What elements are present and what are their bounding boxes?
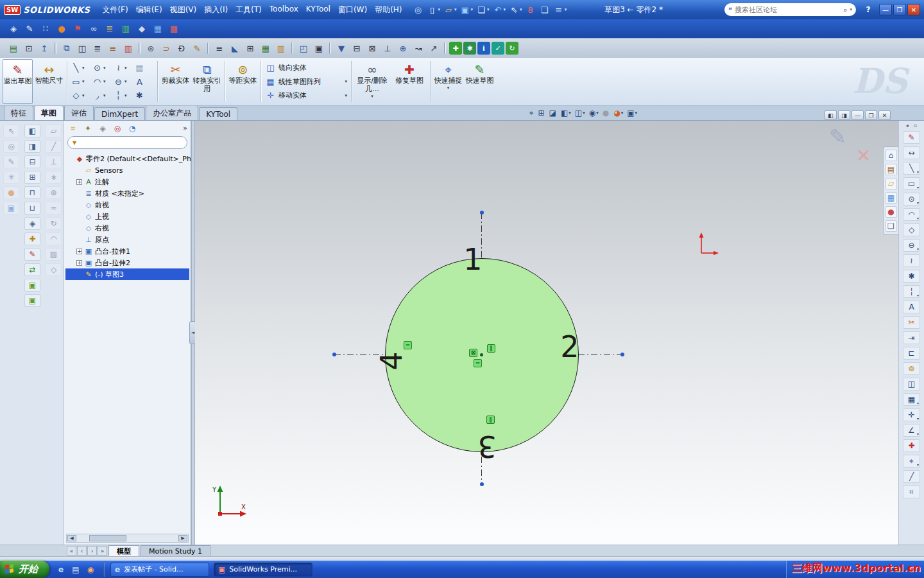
left-view-icon[interactable]: ⊟	[24, 155, 40, 168]
tree-item-boss-extrude1[interactable]: + ▣ 凸台-拉伸1	[65, 245, 189, 257]
apply-scene-icon[interactable]: ▣▾	[626, 107, 638, 119]
point-icon[interactable]: ✱	[903, 270, 920, 283]
open-icon[interactable]: ▱ ▾	[442, 3, 458, 17]
mate-reference-icon[interactable]: ⊕	[46, 186, 62, 199]
export-icon[interactable]: ↥	[37, 41, 51, 55]
save-icon[interactable]: ▣ ▾	[459, 3, 475, 17]
panel-right-icon[interactable]: ◨	[838, 110, 850, 120]
relation-equal-icon[interactable]: =	[474, 359, 482, 367]
circle-icon[interactable]: ⊙▾	[91, 61, 112, 74]
collapse-strip-icon[interactable]: ◂	[906, 123, 909, 128]
sketch-number-3[interactable]: 3	[477, 429, 496, 464]
sketch-number-2[interactable]: 2	[560, 329, 579, 364]
plane-tool-icon[interactable]: ▱	[46, 125, 62, 137]
red-flag-icon[interactable]: ⚑	[71, 22, 85, 36]
pattern-grid-icon[interactable]: ▦	[133, 61, 155, 74]
palette-ball-icon[interactable]: ●	[3, 186, 19, 199]
spreadsheet-icon[interactable]: ▦	[259, 41, 273, 55]
tab-motion-study-1[interactable]: Motion Study 1	[141, 545, 210, 556]
rectangle-icon[interactable]: ▭▾	[903, 177, 920, 190]
relation-coincident-icon[interactable]: ⊠	[469, 349, 477, 357]
restore-button[interactable]: ❐	[893, 4, 906, 15]
screen-capture-icon[interactable]: ⊡	[22, 41, 36, 55]
tab-office-products[interactable]: 办公室产品	[146, 105, 198, 120]
hide-show-items-icon[interactable]: ◉▾	[588, 107, 600, 119]
spline-icon[interactable]: ≀	[903, 254, 920, 267]
options-icon[interactable]: ≡ ▾	[552, 3, 569, 17]
sketch-pen-icon[interactable]: ✎	[3, 155, 19, 168]
text-icon[interactable]: A	[903, 301, 920, 313]
trim-entities-icon[interactable]: ✂	[903, 316, 920, 329]
info-icon[interactable]: i	[477, 42, 490, 55]
magnet-icon[interactable]: ⊃	[159, 41, 173, 55]
add-icon[interactable]: ✚	[449, 42, 462, 55]
select-arrow-icon[interactable]: ⇖	[3, 125, 19, 137]
edit-appearance-icon[interactable]: ◕▾	[612, 107, 624, 119]
coordinate-tool-icon[interactable]: ⊥	[46, 155, 62, 168]
link-chain-icon[interactable]: ∞	[87, 22, 101, 36]
filter-grid-icon[interactable]: ⊟	[350, 41, 364, 55]
text-icon[interactable]: A	[133, 75, 155, 89]
fillet-icon[interactable]: ◞▾	[91, 89, 112, 102]
library-feature2-icon[interactable]: ▣	[24, 294, 40, 307]
copy-icon[interactable]: ⧉	[60, 41, 74, 55]
plugin-icon[interactable]: ✓	[492, 42, 504, 55]
featuremanager-tab-icon[interactable]: ⌗	[67, 123, 79, 134]
appearance-sphere-icon[interactable]: ●	[601, 107, 611, 119]
displaymanager-tab-icon[interactable]: ◔	[126, 123, 138, 134]
menu-view[interactable]: 视图(V)	[166, 3, 201, 17]
settings-icon[interactable]: ✱	[463, 42, 476, 55]
route-icon[interactable]: ↝	[411, 41, 425, 55]
convert-entities-icon[interactable]: ⊏	[903, 347, 920, 360]
community-search-input[interactable]	[735, 6, 841, 14]
cancel-sketch-icon[interactable]: ✕	[856, 145, 871, 166]
panel-view-icon[interactable]: ◫	[75, 41, 89, 55]
relation-equal-icon[interactable]: =	[404, 341, 412, 349]
dimxpertmanager-tab-icon[interactable]: ◎	[112, 123, 123, 134]
sketch-pencil-icon[interactable]: ✎	[903, 131, 920, 144]
edit-note-icon[interactable]: ✎	[190, 41, 204, 55]
polygon-icon[interactable]: ◇	[903, 223, 920, 236]
line-icon[interactable]: ╲▾	[70, 61, 91, 74]
smart-dimension-icon[interactable]: ↔	[903, 146, 920, 159]
color-columns-icon[interactable]: ▥	[121, 41, 135, 55]
section-view-icon[interactable]: ◪	[548, 107, 558, 119]
trim-entities-button[interactable]: ✂ 剪裁实体	[160, 59, 191, 104]
curve-tool-icon[interactable]: ≈	[46, 202, 62, 215]
start-button[interactable]: 开始	[0, 561, 49, 578]
repair-sketch-button[interactable]: ✚ 修复草图	[391, 59, 427, 104]
centerline-icon[interactable]: ╎▾	[112, 89, 133, 102]
tree-item-right-plane[interactable]: ◇ 右视	[65, 222, 189, 234]
align-lines-icon[interactable]: ≡	[212, 41, 227, 55]
search-dropdown-icon[interactable]: ▾	[850, 7, 852, 12]
spline-icon[interactable]: ≀▾	[112, 61, 133, 74]
confirm-sketch-icon[interactable]: ✎	[829, 125, 846, 149]
child-minimize-button[interactable]: —	[851, 110, 864, 120]
repair-sketch-icon[interactable]: ✚	[903, 439, 920, 452]
surface-tool-icon[interactable]: ◠	[46, 232, 62, 245]
exit-sketch-button[interactable]: ✎ 退出草图	[3, 59, 33, 104]
scrollbar-thumb[interactable]	[89, 535, 126, 541]
make-drawing-icon[interactable]: ❏ ▾	[475, 3, 491, 17]
separator[interactable]	[444, 42, 446, 54]
gear-icon[interactable]: ⊛	[144, 41, 158, 55]
menu-insert[interactable]: 插入(I)	[200, 3, 232, 17]
rebuild-icon[interactable]: 8	[524, 3, 538, 17]
pin-strip-icon[interactable]: ▫	[914, 123, 917, 128]
back-view-icon[interactable]: ◨	[24, 140, 40, 153]
tab-sketch[interactable]: 草图	[34, 105, 64, 120]
next-tab-icon[interactable]: ›	[87, 546, 97, 556]
dots-pattern-icon[interactable]: ∷	[38, 22, 53, 36]
smart-dimension-button[interactable]: ↔ 智能尺寸	[34, 59, 64, 104]
feature-filter-box[interactable]: ▼	[67, 136, 187, 149]
file-explorer-icon[interactable]: ▱	[886, 178, 897, 189]
depth-icon[interactable]: Ð	[175, 41, 189, 55]
quick-snaps-icon[interactable]: ⌖▾	[903, 455, 920, 468]
convert-entities-button[interactable]: ⧉ 转换实引用	[192, 59, 222, 104]
center-point[interactable]	[480, 353, 483, 356]
top-view-icon[interactable]: ⊓	[24, 186, 40, 199]
expander-icon[interactable]: +	[76, 260, 82, 266]
polygon-icon[interactable]: ◇▾	[70, 89, 91, 102]
blue-grid-icon[interactable]: ▦	[151, 22, 165, 36]
view-orientation-icon[interactable]: ◧▾	[560, 107, 572, 119]
